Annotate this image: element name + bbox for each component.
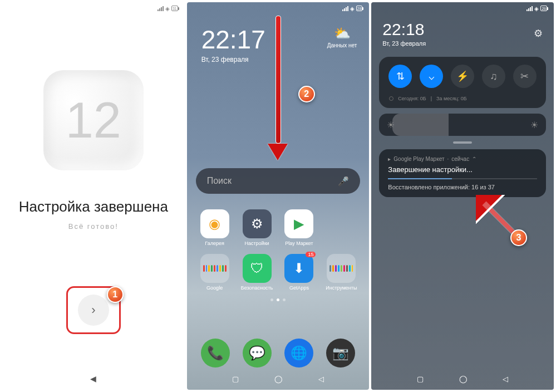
brightness-high-icon: ☀ [530,120,538,130]
dock-browser[interactable]: 🌐 [284,339,313,367]
wifi-icon: ◈ [534,6,539,12]
signal-icon [342,6,348,11]
toggle-mobile-data[interactable]: ⇅ [388,65,412,88]
brightness-slider[interactable]: ☀ ☀ [379,114,546,136]
dock: 📞 💬 🌐 📷 [187,339,370,367]
notification-play-restore[interactable]: ▸ Google Play Маркет · сейчас ⌃ Завершен… [379,149,546,197]
status-bar: ◈ 28 [371,2,554,14]
battery-icon: 28 [540,6,547,11]
chevron-right-icon: › [91,303,95,317]
quick-settings: ⇅ ⌵ ⚡ ♫ ✂ Сегодня: 0Б | За месяц: 0Б [379,57,546,108]
usage-month: За месяц: 0Б [436,96,467,101]
play-icon: ▶ [284,209,313,238]
app-label: Play Маркет [285,241,313,246]
folder-google[interactable]: Google [195,254,235,291]
wifi-icon: ◈ [165,6,170,12]
app-label: Безопасность [241,285,273,291]
notification-source: Google Play Маркет [393,156,444,162]
folder-tools[interactable]: Инструменты [321,254,361,291]
nav-back-icon[interactable]: ◁ [318,375,324,383]
app-label: Галерея [205,241,224,246]
app-security[interactable]: 🛡 Безопасность [237,254,277,291]
usage-dot-icon [389,96,393,101]
notification-header: ▸ Google Play Маркет · сейчас ⌃ [388,156,537,162]
app-settings[interactable]: ⚙ Настройки [237,209,277,246]
shield-icon: 🛡 [243,254,272,283]
callout-3: 3 [510,229,527,246]
swipe-down-arrow [275,16,282,160]
app-label: Инструменты [326,285,357,291]
app-getapps[interactable]: ⬇ 15 GetApps [279,254,319,291]
notification-title: Завершение настройки... [388,165,537,174]
data-usage: Сегодня: 0Б | За месяц: 0Б [385,94,540,104]
toggle-screenshot[interactable]: ✂ [513,65,537,88]
getapps-icon: ⬇ 15 [284,254,313,283]
battery-icon: 31 [171,6,178,11]
page-indicator [187,298,370,301]
nav-back-icon[interactable]: ◁ [503,375,508,383]
nav-bar: ◀ [2,367,185,390]
status-bar: ◈ 28 [187,2,370,14]
callout-2: 2 [298,86,315,102]
play-icon: ▸ [388,156,391,162]
status-bar: ◈ 31 [2,2,185,14]
gear-icon: ⚙ [243,209,272,238]
svg-line-1 [484,203,515,234]
toggle-flashlight[interactable]: ⚡ [451,65,474,88]
app-label: Настройки [244,241,269,246]
weather-icon: ⛅ [327,26,357,41]
nav-recents-icon[interactable]: ▢ [417,375,424,383]
next-button[interactable]: › [78,295,109,326]
nav-bar: ▢ ◯ ◁ [371,367,554,390]
app-grid: ◉ Галерея ⚙ Настройки ▶ Play Маркет Goog… [187,209,370,291]
app-label: Google [206,285,223,291]
settings-icon[interactable]: ⚙ [534,27,543,40]
app-label: GetApps [289,285,309,291]
signal-icon [527,6,533,11]
shade-drag-handle[interactable] [453,141,472,144]
folder-icon [200,254,229,283]
screen-home: ◈ 28 22:17 Вт, 23 февраля ⛅ Данных нет 2… [187,2,370,390]
folder-icon [327,254,356,283]
callout-1: 1 [107,286,124,303]
nav-back-icon[interactable]: ◀ [90,374,96,383]
nav-home-icon[interactable]: ◯ [459,375,468,383]
nav-home-icon[interactable]: ◯ [274,375,283,383]
badge: 15 [306,252,316,257]
notification-when: сейчас [451,156,469,162]
setup-complete-subtitle: Всё готово! [68,222,119,231]
nav-recents-icon[interactable]: ▢ [232,375,239,383]
chevron-up-icon: ⌃ [472,156,476,162]
gallery-icon: ◉ [200,209,229,238]
toggle-sound[interactable]: ♫ [482,65,505,88]
miui-logo: 12 [43,70,144,170]
mic-icon[interactable]: 🎤 [338,176,349,187]
battery-icon: 28 [356,6,363,11]
search-bar[interactable]: Поиск 🎤 [196,168,361,194]
dock-phone[interactable]: 📞 [201,339,230,367]
wifi-icon: ◈ [350,6,355,12]
search-placeholder: Поиск [207,176,232,186]
weather-widget[interactable]: ⛅ Данных нет [327,26,357,48]
dock-messages[interactable]: 💬 [243,339,272,367]
dock-camera[interactable]: 📷 [326,339,355,367]
shade-date: Вт, 23 февраля [382,40,426,47]
app-play-market[interactable]: ▶ Play Маркет [279,209,319,246]
screen-notification-shade: ◈ 28 22:18 Вт, 23 февраля ⚙ ⇅ ⌵ ⚡ ♫ ✂ Се… [371,2,554,390]
app-gallery[interactable]: ◉ Галерея [195,209,235,246]
notification-subtitle: Восстановлено приложений: 16 из 37 [388,184,537,190]
screen-setup-complete: ◈ 31 12 Настройка завершена Всё готово! … [2,2,185,390]
shade-time: 22:18 [382,20,426,39]
app-empty [321,209,361,246]
progress-bar [388,178,537,179]
setup-complete-title: Настройка завершена [19,198,168,215]
shade-header: 22:18 Вт, 23 февраля ⚙ [371,14,554,52]
toggle-wifi[interactable]: ⌵ [420,65,443,88]
usage-today: Сегодня: 0Б [398,96,426,101]
signal-icon [158,6,164,11]
nav-bar: ▢ ◯ ◁ [187,367,370,390]
weather-label: Данных нет [327,42,357,48]
